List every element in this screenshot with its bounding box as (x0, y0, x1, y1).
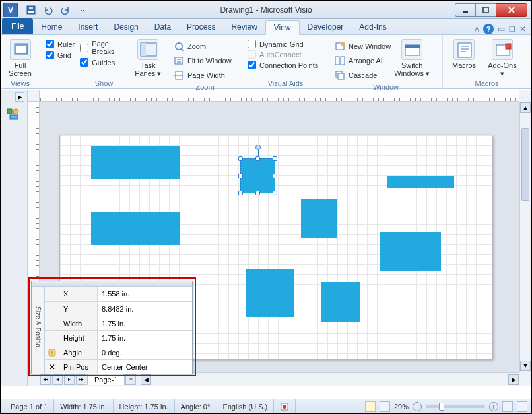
horizontal-scrollbar[interactable]: ◀ ▶ (140, 372, 519, 386)
scroll-thumb[interactable] (521, 128, 529, 201)
resize-handle[interactable] (238, 191, 243, 195)
shape-rect[interactable] (246, 269, 294, 317)
resize-handle[interactable] (273, 174, 277, 178)
qat-customize-icon[interactable] (75, 3, 90, 17)
fit-page-icon[interactable] (502, 401, 513, 412)
page-breaks-checkbox[interactable]: Page Breaks (80, 40, 128, 55)
resize-handle[interactable] (273, 156, 277, 161)
sp-value[interactable]: 1.75 in. (98, 331, 192, 345)
tab-developer[interactable]: Developer (300, 20, 352, 34)
page-last-icon[interactable]: ▸▸ (76, 374, 86, 385)
help-icon[interactable]: ? (483, 24, 494, 34)
view-wide-icon[interactable] (380, 401, 390, 412)
addons-button[interactable]: Add-Ons ▾ (485, 38, 519, 77)
insert-page-icon[interactable]: ✧ (125, 374, 136, 385)
vertical-scrollbar[interactable]: ▲ ▼ (519, 102, 531, 372)
status-bar: Page 1 of 1 Width: 1.75 in. Height: 1.75… (1, 399, 531, 413)
autoconnect-checkbox[interactable]: AutoConnect (248, 50, 318, 59)
window-close-button[interactable] (496, 3, 527, 17)
tab-file[interactable]: File (2, 18, 33, 34)
task-panes-button[interactable]: Task Panes ▾ (134, 38, 162, 77)
close-icon[interactable]: ✕ (45, 360, 59, 374)
tab-addins[interactable]: Add-Ins (351, 20, 394, 34)
zoom-slider[interactable] (426, 405, 485, 408)
tab-home[interactable]: Home (33, 20, 70, 34)
guides-checkbox[interactable]: Guides (80, 58, 128, 67)
view-normal-icon[interactable] (365, 401, 376, 412)
scroll-up-icon[interactable]: ▲ (520, 102, 531, 113)
shapes-pane-collapsed[interactable]: ▶ (1, 90, 28, 386)
macros-button[interactable]: Macros (448, 38, 480, 69)
rotation-handle-icon[interactable] (255, 145, 261, 150)
resize-handle[interactable] (273, 191, 277, 195)
page-tab[interactable]: Page-1 (87, 374, 125, 385)
page-first-icon[interactable]: ◂◂ (40, 374, 51, 385)
mdi-minimize-icon[interactable]: ▭ (498, 24, 505, 34)
resize-handle[interactable] (238, 174, 243, 178)
size-position-caption: Size & Positio… (32, 287, 45, 374)
tab-process[interactable]: Process (179, 20, 223, 34)
shape-rect[interactable] (321, 282, 360, 322)
sp-key: Pin Pos (59, 360, 98, 374)
switch-windows-button[interactable]: Switch Windows ▾ (396, 38, 428, 77)
tab-design[interactable]: Design (106, 20, 146, 34)
status-language[interactable]: English (U.S.) (216, 399, 274, 414)
shape-rect[interactable] (387, 176, 454, 188)
cascade-button[interactable]: Cascade (335, 69, 391, 82)
dynamic-grid-checkbox[interactable]: Dynamic Grid (248, 40, 318, 48)
tab-review[interactable]: Review (223, 20, 265, 34)
qat-undo-icon[interactable] (40, 3, 56, 17)
page-prev-icon[interactable]: ◂ (52, 374, 63, 385)
resize-handle[interactable] (255, 156, 260, 161)
sp-value[interactable]: 1.558 in. (98, 287, 192, 301)
window-minimize-button[interactable] (455, 3, 476, 17)
size-position-header[interactable] (32, 281, 192, 287)
resize-handle[interactable] (255, 191, 260, 195)
qat-save-icon[interactable] (23, 3, 39, 17)
shape-rect[interactable] (380, 232, 441, 271)
ribbon-minimize-icon[interactable]: ᐱ (475, 26, 479, 33)
grid-checkbox[interactable]: Grid (46, 51, 75, 59)
app-icon[interactable]: V (3, 3, 18, 17)
tab-insert[interactable]: Insert (70, 20, 106, 34)
connection-points-checkbox[interactable]: Connection Points (248, 61, 318, 69)
zoom-out-icon[interactable]: − (413, 402, 422, 411)
page-next-icon[interactable]: ▸ (64, 374, 75, 385)
shape-rect[interactable] (91, 212, 180, 245)
status-page[interactable]: Page 1 of 1 (5, 399, 54, 414)
shape-rect[interactable] (301, 199, 337, 238)
horizontal-ruler[interactable] (40, 90, 519, 102)
window-maximize-button[interactable] (475, 3, 496, 17)
svg-rect-8 (16, 46, 26, 53)
page-width-button[interactable]: Page Width (174, 69, 232, 82)
sp-value[interactable]: Center-Center (98, 360, 192, 374)
mdi-close-icon[interactable]: ✕ (519, 24, 526, 34)
mdi-restore-icon[interactable]: ❐ (509, 25, 515, 34)
tab-view[interactable]: View (265, 20, 300, 35)
scroll-left-icon[interactable]: ◀ (141, 374, 151, 385)
fit-to-window-button[interactable]: Fit to Window (174, 54, 232, 67)
sp-value[interactable]: 8.8482 in. (98, 302, 192, 316)
zoom-button[interactable]: Zoom (174, 40, 232, 53)
pin-icon[interactable] (45, 345, 59, 359)
sp-value[interactable]: 0 deg. (98, 345, 192, 359)
resize-handle[interactable] (238, 156, 243, 161)
full-screen-status-icon[interactable] (517, 401, 527, 412)
ruler-checkbox[interactable]: Ruler (46, 40, 75, 48)
scroll-right-icon[interactable]: ▶ (508, 374, 519, 385)
tab-data[interactable]: Data (147, 20, 179, 34)
macro-record-icon[interactable] (274, 399, 296, 414)
size-position-window[interactable]: Size & Positio… X1.558 in. Y8.8482 in. W… (31, 281, 193, 374)
sp-value[interactable]: 1.75 in. (98, 316, 192, 330)
zoom-in-icon[interactable]: + (489, 402, 498, 411)
expand-shapes-icon[interactable]: ▶ (15, 92, 24, 102)
full-screen-button[interactable]: Full Screen (6, 38, 34, 77)
qat-redo-icon[interactable] (57, 3, 73, 17)
shape-selected[interactable] (240, 158, 275, 193)
new-window-button[interactable]: New Window (335, 40, 391, 53)
arrange-all-button[interactable]: Arrange All (335, 54, 391, 67)
shape-rect[interactable] (91, 146, 180, 179)
svg-point-28 (51, 351, 53, 354)
scroll-down-icon[interactable]: ▼ (520, 361, 531, 371)
zoom-percent[interactable]: 29% (394, 403, 409, 411)
